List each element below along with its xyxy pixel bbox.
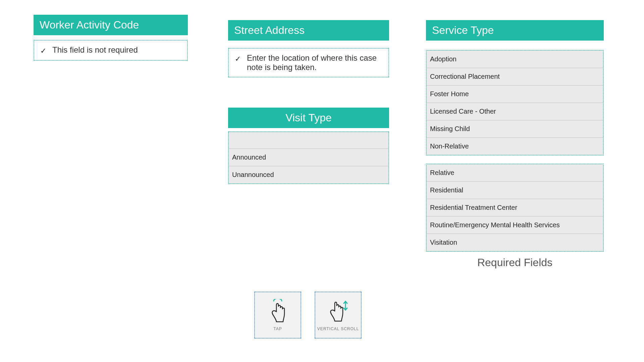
tap-hand-icon <box>267 299 288 324</box>
service-type-list-2[interactable]: Relative Residential Residential Treatme… <box>426 164 604 252</box>
list-item[interactable]: Unannounced <box>229 166 388 183</box>
street-address-section: Street Address ✓ Enter the location of w… <box>228 20 389 184</box>
visit-type-list[interactable]: Announced Unannounced <box>228 131 389 184</box>
service-type-list-1[interactable]: Adoption Correctional Placement Foster H… <box>426 50 604 156</box>
scroll-caption: VERTICAL SCROLL <box>317 326 359 331</box>
worker-activity-note: This field is not required <box>52 45 138 55</box>
scroll-hand-icon <box>325 299 351 324</box>
service-type-section: Service Type Adoption Correctional Place… <box>426 20 604 269</box>
list-item[interactable]: Routine/Emergency Mental Health Services <box>427 217 603 234</box>
tap-caption: TAP <box>273 326 282 331</box>
street-address-header: Street Address <box>228 20 389 41</box>
list-item[interactable]: Residential <box>427 182 603 199</box>
scroll-gesture-tile: VERTICAL SCROLL <box>315 292 362 339</box>
visit-type-section: Visit Type Announced Unannounced <box>228 108 389 184</box>
visit-type-header: Visit Type <box>228 108 389 128</box>
list-item[interactable]: Missing Child <box>427 120 603 138</box>
list-item[interactable] <box>229 132 388 149</box>
list-item[interactable]: Residential Treatment Center <box>427 199 603 217</box>
service-type-header: Service Type <box>426 20 604 41</box>
list-item[interactable]: Correctional Placement <box>427 68 603 85</box>
required-fields-label: Required Fields <box>426 256 604 269</box>
tap-gesture-tile: TAP <box>254 292 301 339</box>
list-item[interactable]: Licensed Care - Other <box>427 103 603 120</box>
list-item[interactable]: Foster Home <box>427 85 603 103</box>
check-icon: ✓ <box>40 47 46 55</box>
worker-activity-note-box: ✓ This field is not required <box>34 40 188 61</box>
check-icon: ✓ <box>235 55 241 63</box>
list-item[interactable]: Non-Relative <box>427 138 603 155</box>
worker-activity-section: Worker Activity Code ✓ This field is not… <box>34 15 188 61</box>
street-address-note-box: ✓ Enter the location of where this case … <box>228 48 389 77</box>
list-item[interactable]: Announced <box>229 149 388 166</box>
list-item[interactable]: Adoption <box>427 51 603 68</box>
street-address-note: Enter the location of where this case no… <box>247 53 382 72</box>
gesture-icons: TAP VERTICAL SCROLL <box>254 292 362 339</box>
worker-activity-header: Worker Activity Code <box>34 15 188 35</box>
list-item[interactable]: Relative <box>427 164 603 182</box>
list-item[interactable]: Visitation <box>427 234 603 251</box>
